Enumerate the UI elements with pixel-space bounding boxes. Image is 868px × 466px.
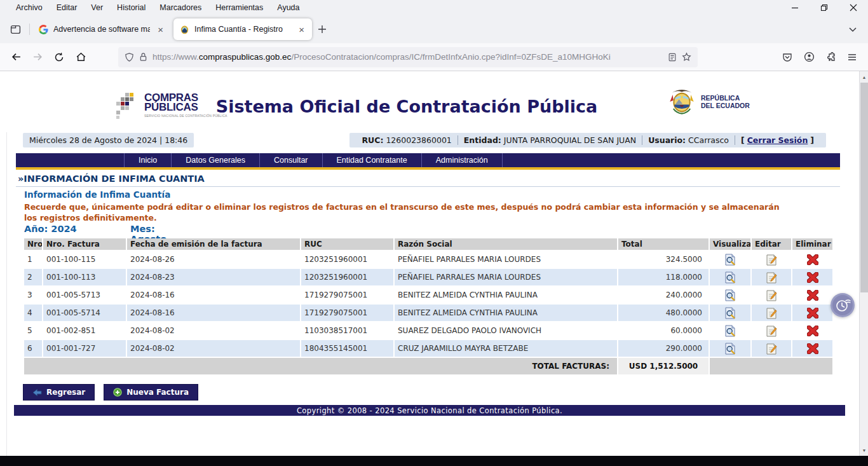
firefox-view-icon[interactable] <box>5 19 25 39</box>
menu-item-archivo[interactable]: Archivo <box>9 1 50 14</box>
back-arrow-icon <box>32 388 42 397</box>
taskbar-strip <box>0 456 868 466</box>
document-pencil-icon[interactable] <box>766 325 777 337</box>
menu-item-ayuda[interactable]: Ayuda <box>270 1 306 14</box>
cell-fecha: 2024-08-02 <box>127 322 300 339</box>
cell-fecha: 2024-08-16 <box>127 305 300 321</box>
nav-item-entidad-contratante[interactable]: Entidad Contratante <box>323 153 422 167</box>
scroll-down-icon[interactable]: ▼ <box>860 446 868 455</box>
column-header-visualizar: Visualizar <box>710 238 750 250</box>
logout-link[interactable]: Cerrar Sesión <box>747 135 808 145</box>
restore-button[interactable] <box>810 0 839 15</box>
regresar-label: Regresar <box>46 388 85 397</box>
document-magnifier-icon[interactable] <box>725 289 736 301</box>
section-title: Información de Infima Cuantía <box>24 189 170 200</box>
nav-item-administracion[interactable]: Administración <box>422 153 503 167</box>
total-facturas-value: USD 1,512.5000 <box>618 358 709 374</box>
cell-nro: 2 <box>24 269 42 285</box>
minimize-button[interactable] <box>780 0 810 15</box>
vertical-scrollbar[interactable]: ▲ ▼ <box>859 71 868 456</box>
year-month-row: Año: 2024 Mes: Agosto <box>24 224 77 234</box>
document-magnifier-icon[interactable] <box>725 271 736 284</box>
menu-item-herramientas[interactable]: Herramientas <box>208 1 270 14</box>
nav-item-datos-generales[interactable]: Datos Generales <box>172 153 260 167</box>
tab-bar: Advertencia de software malici × Infima … <box>0 15 868 43</box>
document-magnifier-icon[interactable] <box>725 254 736 266</box>
total-row: TOTAL FACTURAS: USD 1,512.5000 <box>24 358 832 374</box>
scroll-up-icon[interactable]: ▲ <box>860 72 868 81</box>
breadcrumb: »INFORMACIÓN DE INFIMA CUANTIA <box>16 174 840 187</box>
reload-icon[interactable] <box>48 47 70 67</box>
datetime-display: Miércoles 28 de Agosto de 2024 | 18:46 <box>23 133 194 147</box>
account-icon[interactable] <box>798 47 820 67</box>
winged-clock-icon <box>834 297 851 313</box>
cell-nro: 1 <box>24 251 42 268</box>
tab-malware-warning[interactable]: Advertencia de software malici × <box>32 18 171 40</box>
document-magnifier-icon[interactable] <box>725 325 736 337</box>
cell-razon-social: SUAREZ DELGADO PAOLO IVANOVICH <box>395 322 617 339</box>
nueva-factura-button[interactable]: Nueva Factura <box>104 384 198 401</box>
cell-factura: 001-100-113 <box>43 269 126 285</box>
red-x-icon[interactable] <box>807 272 818 283</box>
gold-accent-bar <box>16 167 840 170</box>
site-header: COMPRAS PÚBLICAS SERVICIO NACIONAL DE CO… <box>0 71 859 132</box>
document-pencil-icon[interactable] <box>766 271 777 284</box>
nav-item-consultar[interactable]: Consultar <box>260 153 323 167</box>
ecuador-crest-icon <box>180 25 189 34</box>
red-x-icon[interactable] <box>807 308 818 319</box>
hamburger-menu-icon[interactable] <box>841 47 863 67</box>
shield-icon[interactable] <box>125 52 134 62</box>
scrollbar-thumb[interactable] <box>860 83 868 292</box>
cell-factura: 001-002-851 <box>43 322 126 339</box>
nav-item-inicio[interactable]: Inicio <box>124 153 172 167</box>
tab-infima-cuantia[interactable]: Infima Cuantía - Registro × <box>173 18 312 40</box>
menu-item-editar[interactable]: Editar <box>50 1 85 14</box>
cell-fecha: 2024-08-26 <box>127 251 300 268</box>
republic-line1: REPÚBLICA <box>701 94 750 102</box>
pocket-icon[interactable] <box>776 47 798 67</box>
invoice-table: NroNro. FacturaFecha de emisión de la fa… <box>23 237 834 376</box>
reader-view-icon[interactable] <box>668 53 677 62</box>
back-icon[interactable] <box>5 47 27 67</box>
document-pencil-icon[interactable] <box>766 289 777 301</box>
close-tab-icon[interactable]: × <box>155 24 166 36</box>
close-window-button[interactable] <box>839 0 868 15</box>
cell-nro: 3 <box>24 287 42 303</box>
regresar-button[interactable]: Regresar <box>23 384 95 401</box>
document-magnifier-icon[interactable] <box>725 307 736 319</box>
ecuador-coat-of-arms-icon <box>667 88 696 116</box>
new-tab-button[interactable] <box>312 19 332 39</box>
entity-display: Entidad: JUNTA PARROQUIAL DE SAN JUAN <box>458 135 642 145</box>
document-pencil-icon[interactable] <box>766 307 777 319</box>
forward-icon[interactable] <box>27 47 48 67</box>
red-x-icon[interactable] <box>807 254 818 265</box>
red-x-icon[interactable] <box>807 290 818 301</box>
red-x-icon[interactable] <box>807 343 818 354</box>
cell-total: 240.0000 <box>618 287 709 303</box>
url-text[interactable]: https://www.compraspublicas.gob.ec/Proce… <box>153 52 663 62</box>
url-bar[interactable]: https://www.compraspublicas.gob.ec/Proce… <box>118 47 698 67</box>
navigation-toolbar: https://www.compraspublicas.gob.ec/Proce… <box>0 43 868 71</box>
column-header-editar: Editar <box>752 238 791 250</box>
lock-icon[interactable] <box>139 52 147 62</box>
close-tab-icon[interactable]: × <box>296 24 307 36</box>
menu-item-historial[interactable]: Historial <box>110 1 153 14</box>
column-header-eliminar: Eliminar <box>792 238 832 250</box>
list-all-tabs-icon[interactable] <box>843 19 863 39</box>
session-timer-widget[interactable] <box>831 293 855 317</box>
extensions-icon[interactable] <box>820 47 841 67</box>
cell-ruc: 1203251960001 <box>301 251 393 268</box>
cell-nro: 5 <box>24 322 42 339</box>
column-header-nro-factura: Nro. Factura <box>43 238 126 250</box>
menu-item-ver[interactable]: Ver <box>84 1 110 14</box>
document-magnifier-icon[interactable] <box>725 343 736 355</box>
document-pencil-icon[interactable] <box>766 343 777 355</box>
red-x-icon[interactable] <box>807 326 818 336</box>
document-pencil-icon[interactable] <box>766 254 777 266</box>
nueva-factura-label: Nueva Factura <box>126 388 189 397</box>
bookmark-star-icon[interactable] <box>682 52 691 62</box>
warning-text: Recuerde que, únicamente podrá editar o … <box>24 202 782 223</box>
menu-item-marcadores[interactable]: Marcadores <box>153 1 208 14</box>
logout-wrap: [ Cerrar Sesión ] <box>735 135 820 145</box>
home-icon[interactable] <box>70 47 92 67</box>
